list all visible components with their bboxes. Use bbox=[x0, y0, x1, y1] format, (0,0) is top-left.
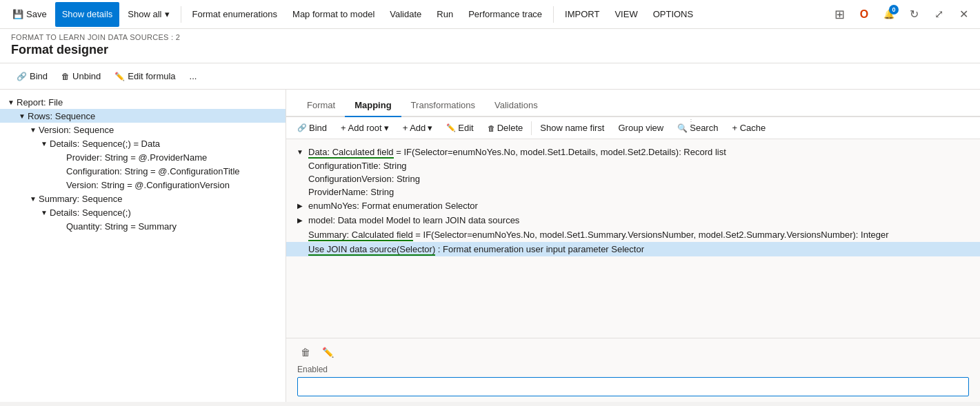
page-title: Format designer bbox=[11, 43, 969, 57]
add-root-button[interactable]: + Add root ▾ bbox=[335, 120, 394, 136]
main-toolbar: 💾 Save Show details Show all ▾ Format en… bbox=[0, 0, 980, 29]
tree-item-details-data[interactable]: ▼ Details: Sequence(;) = Data bbox=[0, 136, 286, 150]
map-delete-button[interactable]: 🗑 Delete bbox=[482, 120, 529, 136]
unbind-action-button[interactable]: 🗑 Unbind bbox=[56, 68, 106, 84]
expand-icon-summary bbox=[292, 230, 308, 231]
tree-item-provider[interactable]: Provider: String = @.ProviderName bbox=[0, 150, 286, 164]
action-bar: 🔗 Bind 🗑 Unbind ✏️ Edit formula ... bbox=[0, 63, 980, 90]
tree-item-summary[interactable]: ▼ Summary: Sequence bbox=[0, 192, 286, 205]
header-area: FORMAT TO LEARN JOIN DATA SOURCES : 2 Fo… bbox=[0, 29, 980, 63]
notification-button[interactable]: 🔔 0 bbox=[878, 3, 900, 26]
search-icon: 🔍 bbox=[677, 123, 688, 133]
edit-formula-button[interactable]: ✏️ Edit formula bbox=[109, 68, 181, 84]
map-bind-button[interactable]: 🔗 Bind bbox=[292, 120, 332, 136]
save-button[interactable]: 💾 Save bbox=[6, 2, 54, 27]
refresh-button[interactable]: ↻ bbox=[903, 3, 925, 26]
right-panel: Format Mapping Transformations Validatio… bbox=[286, 90, 980, 402]
close-button[interactable]: ✕ bbox=[952, 3, 974, 26]
tab-validations[interactable]: Validations bbox=[485, 94, 548, 117]
pencil-icon: ✏️ bbox=[114, 72, 125, 81]
office-icon: O bbox=[860, 8, 868, 21]
import-button[interactable]: IMPORT bbox=[558, 2, 606, 27]
mapping-label-data: Data: Calculated field = IF(Selector=enu… bbox=[308, 147, 974, 157]
view-button[interactable]: VIEW bbox=[608, 2, 644, 27]
mapping-item-model[interactable]: ▶ model: Data model Model to learn JOIN … bbox=[286, 213, 980, 227]
save-icon: 💾 bbox=[12, 9, 23, 19]
chevron-icon2: ▾ bbox=[428, 123, 432, 133]
validate-button[interactable]: Validate bbox=[383, 2, 428, 27]
mapping-item-use-join[interactable]: Use JOIN data source(Selector) : Format … bbox=[286, 242, 980, 256]
show-details-button[interactable]: Show details bbox=[55, 2, 120, 27]
map-format-button[interactable]: Map format to model bbox=[286, 2, 381, 27]
main-layout: ▼ Report: File ▼ Rows: Sequence ▼ Versio… bbox=[0, 90, 980, 402]
tree-item-rows[interactable]: ▼ Rows: Sequence bbox=[0, 109, 286, 123]
chevron-down-icon: ▾ bbox=[165, 9, 170, 19]
tab-mapping[interactable]: Mapping bbox=[345, 94, 401, 117]
tree-item-report[interactable]: ▼ Report: File bbox=[0, 95, 286, 109]
format-enumerations-button[interactable]: Format enumerations bbox=[186, 2, 285, 27]
mapping-children-data: ConfigurationTitle: String Configuration… bbox=[286, 159, 980, 199]
tree-item-version-seq[interactable]: ▼ Version: Sequence bbox=[0, 123, 286, 136]
tab-bar: Format Mapping Transformations Validatio… bbox=[286, 90, 980, 117]
show-name-first-button[interactable]: Show name first bbox=[534, 120, 610, 136]
breadcrumb: FORMAT TO LEARN JOIN DATA SOURCES : 2 bbox=[11, 33, 969, 41]
mapping-toolbar: 🔗 Bind + Add root ▾ + Add ▾ ✏️ Edit 🗑 De… bbox=[286, 117, 980, 139]
mapping-label-enum: enumNoYes: Format enumeration Selector bbox=[308, 201, 974, 211]
tree-toggle: ▼ bbox=[28, 193, 39, 204]
tree-label: Configuration: String = @.ConfigurationT… bbox=[66, 166, 240, 176]
tree-item-quantity[interactable]: Quantity: String = Summary bbox=[0, 219, 286, 233]
tree-label: Provider: String = @.ProviderName bbox=[66, 152, 207, 163]
link-icon: 🔗 bbox=[17, 72, 27, 81]
bottom-icons: 🗑 ✏️ bbox=[297, 344, 969, 361]
show-all-button[interactable]: Show all ▾ bbox=[121, 2, 176, 27]
tree-label: Details: Sequence(;) bbox=[50, 207, 131, 218]
tree-item-version-str[interactable]: Version: String = @.ConfigurationVersion bbox=[0, 178, 286, 192]
expand-icon-enum: ▶ bbox=[292, 201, 308, 210]
map-add-button[interactable]: + Add ▾ bbox=[397, 120, 439, 136]
trash-icon-map: 🗑 bbox=[488, 124, 495, 132]
tree-label: Details: Sequence(;) = Data bbox=[50, 139, 160, 149]
office-icon-button[interactable]: O bbox=[853, 3, 875, 26]
enabled-input[interactable] bbox=[297, 377, 969, 396]
cache-button[interactable]: + Cache bbox=[726, 120, 771, 136]
mapping-item-summary[interactable]: Summary: Calculated field = IF(Selector=… bbox=[286, 227, 980, 242]
run-button[interactable]: Run bbox=[430, 2, 460, 27]
map-separator bbox=[531, 121, 532, 135]
mapping-label-summary: Summary: Calculated field = IF(Selector=… bbox=[308, 230, 974, 240]
search-button[interactable]: 🔍 Search bbox=[672, 120, 723, 136]
tree-label: Summary: Sequence bbox=[39, 194, 122, 204]
tree-label: Quantity: String = Summary bbox=[66, 221, 177, 232]
tree-label: Rows: Sequence bbox=[28, 111, 95, 121]
more-actions-button[interactable]: ... bbox=[184, 68, 203, 84]
expand-button[interactable]: ⤢ bbox=[928, 3, 950, 26]
left-panel: ▼ Report: File ▼ Rows: Sequence ▼ Versio… bbox=[0, 90, 286, 402]
enabled-label: Enabled bbox=[297, 365, 969, 374]
expand-icon-data: ▼ bbox=[292, 147, 308, 156]
performance-trace-button[interactable]: Performance trace bbox=[461, 2, 549, 27]
child-providername: ProviderName: String bbox=[308, 185, 980, 199]
tree-toggle: ▼ bbox=[6, 97, 17, 108]
puzzle-icon-button[interactable]: ⊞ bbox=[828, 3, 850, 26]
options-button[interactable]: OPTIONS bbox=[646, 2, 701, 27]
tree-item-details-seq[interactable]: ▼ Details: Sequence(;) bbox=[0, 205, 286, 219]
mapping-item-data[interactable]: ▼ Data: Calculated field = IF(Selector=e… bbox=[286, 145, 980, 199]
tree-label: Version: String = @.ConfigurationVersion bbox=[66, 180, 230, 190]
edit-icon-button[interactable]: ✏️ bbox=[319, 344, 336, 361]
mapping-label-model: model: Data model Model to learn JOIN da… bbox=[308, 215, 974, 225]
bottom-panel: 🗑 ✏️ Enabled bbox=[286, 338, 980, 402]
tree-item-configuration[interactable]: Configuration: String = @.ConfigurationT… bbox=[0, 164, 286, 178]
delete-icon-button[interactable]: 🗑 bbox=[297, 344, 314, 361]
map-edit-button[interactable]: ✏️ Edit bbox=[441, 120, 479, 136]
bind-action-button[interactable]: 🔗 Bind bbox=[11, 68, 53, 84]
group-view-button[interactable]: Group view bbox=[612, 120, 669, 136]
tree-label: Version: Sequence bbox=[39, 125, 114, 135]
tree-toggle bbox=[55, 221, 66, 232]
tree-toggle: ▼ bbox=[28, 124, 39, 135]
tab-format[interactable]: Format bbox=[297, 94, 345, 117]
tree-label: Report: File bbox=[17, 97, 63, 108]
tab-transformations[interactable]: Transformations bbox=[401, 94, 485, 117]
mapping-item-enum[interactable]: ▶ enumNoYes: Format enumeration Selector bbox=[286, 199, 980, 213]
pencil-icon-map: ✏️ bbox=[446, 123, 456, 132]
toolbar-right: ⊞ O 🔔 0 ↻ ⤢ ✕ bbox=[828, 3, 974, 26]
tree-toggle: ▼ bbox=[39, 207, 50, 218]
